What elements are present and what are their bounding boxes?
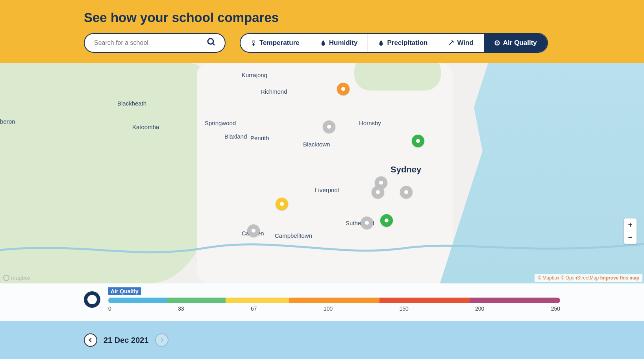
arrow-icon xyxy=(448,40,454,46)
mapbox-logo: mapbox xyxy=(3,275,31,281)
mapbox-link[interactable]: © Mapbox xyxy=(538,275,559,281)
legend-tick: 0 xyxy=(108,305,111,312)
search-school[interactable] xyxy=(84,33,226,53)
target-icon xyxy=(494,40,500,46)
legend-scale xyxy=(108,298,560,303)
svg-point-3 xyxy=(252,44,254,46)
map-marker[interactable] xyxy=(337,83,350,95)
svg-point-0 xyxy=(208,39,213,44)
map-river xyxy=(0,236,644,260)
search-icon[interactable] xyxy=(207,37,216,48)
tab-label: Wind xyxy=(457,39,473,47)
map-marker[interactable] xyxy=(400,186,413,198)
map-marker[interactable] xyxy=(380,214,393,227)
osm-link[interactable]: © OpenStreetMap xyxy=(561,275,599,281)
map-place-label: Katoomba xyxy=(132,124,159,130)
map-marker[interactable] xyxy=(276,198,288,210)
metric-tabs: TemperatureHumidityPrecipitationWindAir … xyxy=(240,33,548,53)
tab-air-quality[interactable]: Air Quality xyxy=(484,34,547,52)
tab-wind[interactable]: Wind xyxy=(438,34,484,52)
search-input[interactable] xyxy=(93,39,196,47)
target-icon xyxy=(84,291,100,308)
improve-map-link[interactable]: Improve this map xyxy=(600,275,639,281)
map-place-label: beron xyxy=(0,118,15,125)
map-marker[interactable] xyxy=(361,217,373,229)
map-place-label: Blacktown xyxy=(303,141,330,148)
map-terrain xyxy=(354,63,441,91)
tab-temperature[interactable]: Temperature xyxy=(241,34,310,52)
map-place-label: Kurrajong xyxy=(242,72,267,78)
tab-label: Precipitation xyxy=(387,39,427,47)
legend-tick: 100 xyxy=(324,305,333,312)
header-bar: See how your school compares Temperature… xyxy=(0,0,644,63)
date-bar: 21 Dec 2021 xyxy=(0,321,644,359)
svg-point-5 xyxy=(496,42,498,44)
legend-tick: 33 xyxy=(178,305,184,312)
legend-tick: 67 xyxy=(251,305,257,312)
tab-label: Humidity xyxy=(329,39,358,47)
svg-rect-2 xyxy=(253,40,254,44)
map-attribution: © Mapbox © OpenStreetMap Improve this ma… xyxy=(535,274,642,282)
current-date: 21 Dec 2021 xyxy=(104,336,149,345)
legend-bar: Air Quality 03367100150200250 xyxy=(0,283,644,321)
prev-date-button[interactable] xyxy=(84,333,97,347)
droplet-icon xyxy=(320,40,326,46)
map-place-label: Campbelltown xyxy=(275,232,312,239)
legend-tick: 150 xyxy=(399,305,408,312)
map-place-label: Springwood xyxy=(205,120,236,126)
map-place-label: Blackheath xyxy=(117,100,146,107)
map-marker[interactable] xyxy=(323,120,335,133)
map-canvas[interactable]: Sydney mapbox + − © Mapbox © OpenStreetM… xyxy=(0,63,644,283)
map-place-label: Penrith xyxy=(250,135,269,141)
map-place-label: Hornsby xyxy=(359,120,381,126)
map-label-sydney: Sydney xyxy=(390,165,421,175)
tab-humidity[interactable]: Humidity xyxy=(310,34,368,52)
svg-line-1 xyxy=(213,43,215,45)
legend-ticks: 03367100150200250 xyxy=(108,305,560,312)
map-marker[interactable] xyxy=(247,224,260,237)
map-marker[interactable] xyxy=(412,135,424,147)
zoom-in-button[interactable]: + xyxy=(624,218,637,231)
map-place-label: Richmond xyxy=(261,88,287,95)
next-date-button xyxy=(155,333,168,347)
legend-tick: 200 xyxy=(475,305,484,312)
map-place-label: Liverpool xyxy=(315,187,339,193)
thermometer-icon xyxy=(251,40,256,46)
page-title: See how your school compares xyxy=(84,10,560,25)
droplet-icon xyxy=(378,40,384,46)
zoom-out-button[interactable]: − xyxy=(624,231,637,244)
map-marker[interactable] xyxy=(372,186,384,198)
legend-title: Air Quality xyxy=(108,287,141,295)
tab-label: Temperature xyxy=(259,39,300,47)
tab-label: Air Quality xyxy=(503,39,537,47)
tab-precipitation[interactable]: Precipitation xyxy=(368,34,438,52)
legend-tick: 250 xyxy=(551,305,560,312)
map-place-label: Blaxland xyxy=(224,133,247,140)
zoom-control: + − xyxy=(624,218,637,244)
